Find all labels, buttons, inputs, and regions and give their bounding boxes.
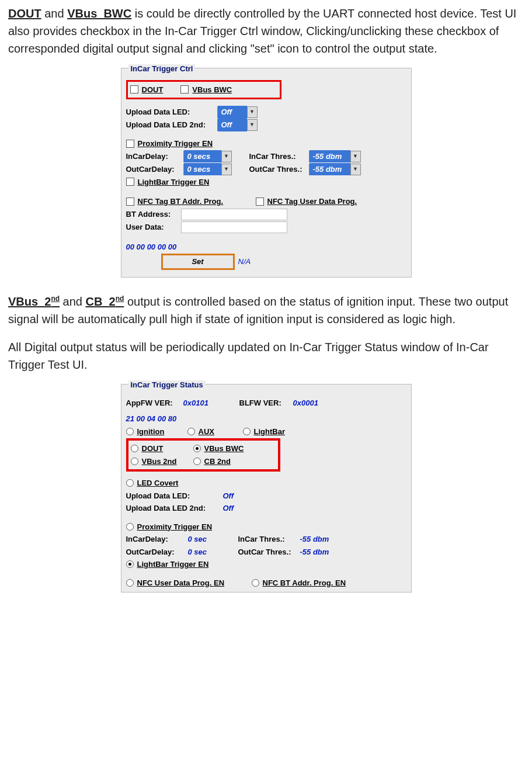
nfc-user-prog-label: NFC Tag User Data Prog. — [267, 196, 357, 207]
term-dout: DOUT — [8, 7, 41, 20]
dout-status-label: DOUT — [142, 443, 190, 455]
lightbar-en-label: LightBar Trigger EN — [138, 176, 210, 188]
aux-radio — [187, 428, 195, 435]
dout-vbus-highlight: DOUT VBus BWC — [126, 80, 281, 100]
vbus-bwc-status-radio — [193, 445, 201, 452]
incar-delay-select[interactable]: 0 secs ▼ — [183, 151, 232, 162]
status-outcar-delay-label: OutCarDelay: — [126, 546, 185, 558]
appfw-value: 0x0101 — [183, 397, 236, 409]
incar-trigger-status-panel: InCar Trigger Status AppFW VER: 0x0101 B… — [121, 384, 412, 593]
status-upload-led-label: Upload Data LED: — [126, 490, 220, 502]
status-incar-delay-value: 0 sec — [188, 534, 235, 545]
paragraph-2: VBus_2nd and CB_2nd output is controlled… — [8, 293, 524, 328]
status-panel-wrap: InCar Trigger Status AppFW VER: 0x0101 B… — [8, 384, 524, 593]
status-incar-thres-value: -55 dbm — [300, 534, 329, 545]
outcar-delay-select[interactable]: 0 secs ▼ — [183, 164, 232, 175]
led-covert-label: LED Covert — [137, 477, 179, 489]
nfc-user-prog-en-radio — [126, 579, 134, 587]
incar-thres-select[interactable]: -55 dbm ▼ — [309, 151, 361, 162]
nfc-bt-prog-en-radio — [252, 579, 259, 587]
status-upload-led-2nd-value: Off — [223, 503, 234, 514]
dout-vbus-status-highlight: DOUT VBus BWC VBus 2nd CB 2nd — [126, 438, 280, 472]
ignition-label: Ignition — [137, 426, 184, 438]
status-incar-delay-label: InCarDelay: — [126, 534, 185, 545]
term-vbus-bwc: VBus_BWC — [67, 7, 131, 20]
upload-led-label: Upload Data LED: — [126, 106, 214, 118]
blfw-value: 0x0001 — [293, 397, 318, 409]
incar-trigger-ctrl-panel: InCar Trigger Ctrl DOUT VBus BWC Upload … — [121, 68, 412, 278]
appfw-label: AppFW VER: — [126, 397, 180, 409]
lightbar-radio — [243, 428, 251, 435]
prox-en-status-radio — [126, 523, 134, 531]
paragraph-3: All Digital output status will be period… — [8, 338, 524, 373]
term-vbus-2nd: VBus_2nd — [8, 295, 60, 308]
lightbar-label: LightBar — [254, 426, 285, 438]
status-legend: InCar Trigger Status — [128, 380, 206, 389]
cb-2nd-status-label: CB 2nd — [204, 456, 231, 467]
status-upload-led-2nd-label: Upload Data LED 2nd: — [126, 503, 220, 514]
outcar-thres-label: OutCar Thres.: — [249, 164, 305, 175]
prox-en-status-label: Proximity Trigger EN — [137, 521, 213, 533]
ignition-radio — [126, 428, 134, 435]
term-cb-2nd: CB_2nd — [86, 295, 124, 308]
upload-led-select[interactable]: Off ▼ — [217, 106, 258, 118]
outcar-delay-label: OutCarDelay: — [126, 164, 180, 175]
ctrl-hex-readout: 00 00 00 00 00 — [126, 241, 406, 253]
lightbar-en-status-radio — [126, 560, 134, 568]
nfc-bt-prog-checkbox[interactable] — [126, 198, 134, 206]
status-upload-led-value: Off — [223, 490, 234, 502]
incar-delay-label: InCarDelay: — [126, 151, 180, 162]
nfc-bt-prog-label: NFC Tag BT Addr. Prog. — [138, 196, 237, 207]
cb-2nd-status-radio — [193, 458, 201, 465]
nfc-user-prog-en-label: NFC User Data Prog. EN — [137, 577, 248, 589]
dropdown-icon[interactable]: ▼ — [221, 164, 231, 175]
dropdown-icon[interactable]: ▼ — [350, 164, 360, 175]
dropdown-icon[interactable]: ▼ — [247, 120, 257, 130]
proximity-en-checkbox[interactable] — [126, 140, 134, 148]
status-outcar-delay-value: 0 sec — [188, 546, 235, 558]
incar-thres-label: InCar Thres.: — [249, 151, 305, 162]
lightbar-en-status-label: LightBar Trigger EN — [137, 559, 209, 570]
lightbar-en-checkbox[interactable] — [126, 178, 134, 186]
dropdown-icon[interactable]: ▼ — [247, 107, 257, 117]
dout-status-radio — [131, 445, 138, 452]
blfw-label: BLFW VER: — [239, 397, 290, 409]
dout-checkbox[interactable] — [130, 85, 138, 93]
user-data-input[interactable] — [181, 221, 287, 233]
user-data-label: User Data: — [126, 221, 178, 233]
led-covert-radio — [126, 479, 134, 487]
dropdown-icon[interactable]: ▼ — [350, 151, 360, 162]
vbus-bwc-label: VBus BWC — [192, 84, 232, 96]
bt-address-label: BT Address: — [126, 209, 178, 220]
ctrl-legend: InCar Trigger Ctrl — [128, 64, 196, 73]
aux-label: AUX — [199, 426, 239, 438]
upload-led-2nd-label: Upload Data LED 2nd: — [126, 119, 214, 131]
ctrl-panel-wrap: InCar Trigger Ctrl DOUT VBus BWC Upload … — [8, 68, 524, 278]
outcar-thres-select[interactable]: -55 dbm ▼ — [309, 164, 361, 175]
dropdown-icon[interactable]: ▼ — [221, 151, 231, 162]
upload-led-2nd-select[interactable]: Off ▼ — [217, 119, 258, 131]
vbus-2nd-status-radio — [131, 458, 138, 465]
nfc-bt-prog-en-label: NFC BT Addr. Prog. EN — [263, 577, 346, 589]
bt-address-input[interactable] — [181, 209, 287, 220]
status-outcar-thres-label: OutCar Thres.: — [238, 546, 297, 558]
status-incar-thres-label: InCar Thres.: — [238, 534, 297, 545]
status-outcar-thres-value: -55 dbm — [300, 546, 329, 558]
vbus-bwc-checkbox[interactable] — [180, 85, 189, 93]
set-status: N/A — [238, 256, 251, 268]
set-button[interactable]: Set — [161, 254, 235, 270]
dout-label: DOUT — [142, 84, 164, 96]
paragraph-1: DOUT and VBus_BWC is could be directly c… — [8, 5, 524, 57]
vbus-bwc-status-label: VBus BWC — [204, 443, 244, 455]
vbus-2nd-status-label: VBus 2nd — [142, 456, 190, 467]
status-hex-readout: 21 00 04 00 80 — [126, 413, 406, 425]
proximity-en-label: Proximity Trigger EN — [138, 138, 213, 150]
nfc-user-prog-checkbox[interactable] — [256, 198, 264, 206]
